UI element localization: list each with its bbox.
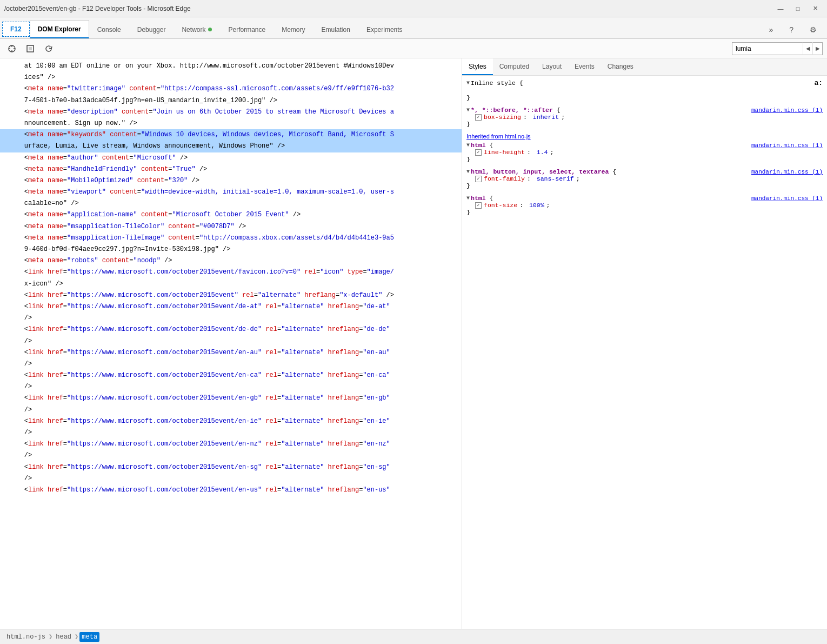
- tab-help[interactable]: ?: [781, 20, 802, 38]
- inline-style-rule: ▼ Inline style { a: }: [466, 79, 823, 101]
- breadcrumb-bar: html.no-js ❯ head ❯ meta: [0, 629, 827, 644]
- rule3-selector: html, button, input, select, textarea: [471, 168, 609, 175]
- refresh-dom-button[interactable]: [41, 42, 56, 56]
- tab-performance[interactable]: Performance: [220, 20, 274, 38]
- maximize-button[interactable]: □: [790, 3, 805, 14]
- minimize-button[interactable]: —: [773, 3, 788, 14]
- rule3-checkbox[interactable]: ✓: [475, 176, 482, 182]
- search-input[interactable]: [732, 45, 803, 52]
- network-dot: [208, 28, 212, 31]
- dom-line: <meta name="msapplication-TileImage" con…: [0, 233, 462, 244]
- collapse-rule4[interactable]: ▼: [466, 195, 470, 201]
- search-next-button[interactable]: ▶: [812, 42, 822, 55]
- dom-line: />: [0, 404, 462, 416]
- dom-line: <meta name="application-name" content="M…: [0, 209, 462, 221]
- box-icon: [26, 44, 35, 53]
- dom-line-selected[interactable]: <meta name="keywords" content="Windows 1…: [0, 129, 462, 141]
- rule4-val: 100%: [529, 202, 544, 209]
- breadcrumb-sep-2: ❯: [75, 633, 78, 641]
- select-element-button[interactable]: [4, 42, 19, 56]
- rule1-source[interactable]: mandarin.min.css (1): [751, 107, 823, 114]
- dom-line: />: [0, 381, 462, 393]
- svg-rect-6: [29, 47, 32, 50]
- cursor-icon: [8, 44, 16, 53]
- rule4-prop-line: ✓ font-size : 100% ;: [466, 202, 823, 209]
- dom-line: <link href="https://www.microsoft.com/oc…: [0, 416, 462, 427]
- dom-line: calable=no" />: [0, 198, 462, 209]
- rule3-source[interactable]: mandarin.min.css (1): [751, 169, 823, 175]
- dom-line: />: [0, 336, 462, 347]
- dom-line: <link href="https://www.microsoft.com/oc…: [0, 393, 462, 404]
- collapse-rule3[interactable]: ▼: [466, 169, 470, 175]
- tab-changes[interactable]: Changes: [601, 58, 640, 75]
- inline-style-label: Inline style: [471, 79, 516, 87]
- collapse-rule1[interactable]: ▼: [466, 107, 470, 113]
- dom-line: nnouncement. Sign up now." />: [0, 118, 462, 129]
- rule4-checkbox[interactable]: ✓: [475, 202, 482, 209]
- tab-layout[interactable]: Layout: [536, 58, 568, 75]
- tab-experiments[interactable]: Experiments: [358, 20, 411, 38]
- rule1-prop: box-sizing: [484, 114, 521, 121]
- dom-line-selected-2[interactable]: urface, Lumia, Live stream, Windows anno…: [0, 141, 462, 152]
- search-nav: ◀ ▶: [803, 42, 822, 55]
- dom-panel[interactable]: at 10:00 am EDT online or on your Xbox. …: [0, 58, 462, 629]
- rule-all-selector: ▼ *, *::before, *::after { mandarin.min.…: [466, 107, 823, 128]
- tab-dom-explorer[interactable]: DOM Explorer: [30, 20, 89, 38]
- inherited-label: Inherited from html.no-js: [466, 133, 823, 140]
- dom-line: <link href="https://www.microsoft.com/oc…: [0, 370, 462, 381]
- aa-indicator: a:: [814, 79, 823, 87]
- rule1-selector: *, *::before, *::after: [471, 107, 553, 114]
- rule2-source[interactable]: mandarin.min.css (1): [751, 142, 823, 149]
- breadcrumb-item-head[interactable]: head: [54, 632, 74, 642]
- dom-line: <link href="https://www.microsoft.com/oc…: [0, 301, 462, 313]
- title-bar: /october2015event/en-gb - F12 Developer …: [0, 0, 827, 17]
- tab-computed[interactable]: Computed: [493, 58, 536, 75]
- dom-line: />: [0, 427, 462, 439]
- collapse-inline[interactable]: ▼: [466, 80, 470, 86]
- window-controls: — □ ✕: [773, 3, 823, 14]
- close-button[interactable]: ✕: [808, 3, 823, 14]
- tab-emulation[interactable]: Emulation: [314, 20, 358, 38]
- rule1-checkbox[interactable]: ✓: [475, 114, 482, 121]
- tab-f12[interactable]: F12: [2, 22, 30, 37]
- styles-tab-bar: Styles Computed Layout Events Changes: [462, 58, 827, 76]
- tab-expand[interactable]: »: [761, 20, 781, 38]
- dom-line: 9-460d-bf0d-f04aee9ce297.jpg?n=Invite-53…: [0, 244, 462, 255]
- highlight-button[interactable]: [23, 42, 38, 56]
- search-prev-button[interactable]: ◀: [803, 42, 812, 55]
- tab-bar: F12 DOM Explorer Console Debugger Networ…: [0, 17, 827, 39]
- tab-network[interactable]: Network: [174, 20, 220, 38]
- inherited-text: Inherited from: [466, 133, 505, 140]
- dom-line: <link href="https://www.microsoft.com/oc…: [0, 484, 462, 496]
- tab-settings[interactable]: ⚙: [802, 20, 825, 38]
- tab-memory[interactable]: Memory: [274, 20, 313, 38]
- dom-line: />: [0, 450, 462, 461]
- dom-line: <link href="https://www.microsoft.com/oc…: [0, 324, 462, 335]
- inline-style-close: }: [466, 94, 470, 101]
- tab-styles[interactable]: Styles: [462, 58, 493, 75]
- breadcrumb-item-meta[interactable]: meta: [79, 632, 99, 642]
- rule2-checkbox[interactable]: ✓: [475, 149, 482, 156]
- toolbar: ◀ ▶: [0, 39, 827, 58]
- rule3-prop: font-family: [484, 175, 525, 182]
- tab-console[interactable]: Console: [89, 20, 129, 38]
- inherited-link[interactable]: html.no-js: [505, 133, 531, 140]
- dom-line: <link href="https://www.microsoft.com/oc…: [0, 439, 462, 450]
- rule-html-lineheight: ▼ html { mandarin.min.css (1) ✓ line-hei…: [466, 142, 823, 163]
- dom-line: <link href="https://www.microsoft.com/oc…: [0, 347, 462, 358]
- rule1-val: inherit: [533, 114, 559, 121]
- dom-line: <meta name="twitter:image" content="http…: [0, 83, 462, 95]
- breadcrumb-item-html[interactable]: html.no-js: [4, 632, 48, 642]
- refresh-icon: [44, 44, 53, 53]
- dom-line: x-icon" />: [0, 278, 462, 290]
- rule4-source[interactable]: mandarin.min.css (1): [751, 195, 823, 202]
- dom-line: <link href="https://www.microsoft.com/oc…: [0, 290, 462, 301]
- tab-debugger[interactable]: Debugger: [129, 20, 174, 38]
- rule-html-fontfamily: ▼ html, button, input, select, textarea …: [466, 168, 823, 189]
- search-box: ◀ ▶: [732, 42, 823, 55]
- dom-line: <meta name="MobileOptimized" content="32…: [0, 175, 462, 187]
- rule-prop-line: [466, 87, 823, 94]
- dom-line: <meta name="description" content="Join u…: [0, 107, 462, 118]
- collapse-rule2[interactable]: ▼: [466, 142, 470, 148]
- tab-events[interactable]: Events: [568, 58, 601, 75]
